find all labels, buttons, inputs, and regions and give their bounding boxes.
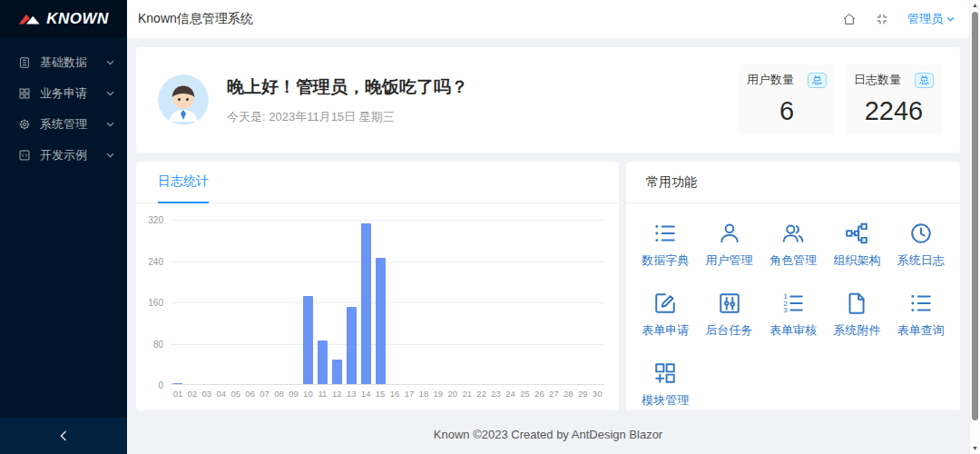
chart-bar <box>332 360 342 384</box>
x-tick-label: 30 <box>583 389 612 399</box>
sidebar-item-label: 业务申请 <box>40 85 87 102</box>
chart-bar <box>172 383 182 384</box>
avatar <box>158 74 209 125</box>
quick-item-label: 系统附件 <box>833 322 880 339</box>
chart-bar <box>318 340 328 384</box>
code-icon <box>18 149 31 162</box>
scrollbar-up-arrow[interactable]: ▲ <box>970 0 980 11</box>
chart-column: 20 <box>446 220 460 384</box>
cards-row: 日志统计 080160240320 0102030405060708091011… <box>136 162 960 410</box>
quick-item-background-tasks[interactable]: 后台任务 <box>697 291 760 339</box>
quick-item-role-manage[interactable]: 角色管理 <box>761 222 825 269</box>
chart-column: 05 <box>229 220 243 384</box>
chart-column: 09 <box>287 220 301 384</box>
chart-column: 15 <box>373 220 387 384</box>
page-title: Known信息管理系统 <box>138 11 253 27</box>
stat-title: 日志数量 <box>854 72 901 88</box>
logo-text: KNOWN <box>46 10 109 28</box>
unordered-list-icon <box>909 291 933 315</box>
y-tick-label: 160 <box>148 298 163 308</box>
chart-column: 06 <box>243 220 258 384</box>
quick-item-user-manage[interactable]: 用户管理 <box>697 222 760 269</box>
quick-item-system-log[interactable]: 系统日志 <box>889 222 953 269</box>
stat-card-users: 用户数量 总 6 <box>739 64 835 135</box>
chart-column: 22 <box>475 220 489 384</box>
sidebar-collapse-trigger[interactable] <box>0 418 127 454</box>
ordered-list-icon: 123 <box>781 291 805 315</box>
user-dropdown[interactable]: 管理员 <box>907 11 955 27</box>
chart-column: 01 <box>171 220 185 384</box>
sidebar: KNOWN 基础数据 业务申请 系统管理 <box>0 0 127 454</box>
stat-card-logs: 日志数量 总 2246 <box>846 64 942 135</box>
appstore-icon <box>18 87 31 100</box>
quick-item-form-query[interactable]: 表单查询 <box>889 291 953 339</box>
app-window: KNOWN 基础数据 业务申请 系统管理 <box>0 0 980 454</box>
greeting-message: 晚上好！管理员，晚饭吃了吗？ <box>227 75 468 99</box>
quick-item-form-review[interactable]: 123 表单审核 <box>761 291 825 339</box>
top-header: Known信息管理系统 管理员 <box>127 0 969 38</box>
quick-item-label: 组织架构 <box>833 252 880 269</box>
greeting-block: 晚上好！管理员，晚饭吃了吗？ 今天是: 2023年11月15日 星期三 <box>227 75 468 125</box>
chart-column: 19 <box>431 220 446 384</box>
fullscreen-exit-icon[interactable] <box>875 12 889 26</box>
chart-y-axis: 080160240320 <box>143 220 167 385</box>
y-tick-label: 240 <box>148 256 163 266</box>
sidebar-item-dev-examples[interactable]: 开发示例 <box>0 140 127 171</box>
chart-column: 18 <box>416 220 431 384</box>
footer-text: Known ©2023 Created by AntDesign Blazor <box>127 414 969 454</box>
chevron-down-icon <box>106 60 114 65</box>
chart-plot: 0102030405060708091011121314151617181920… <box>171 220 604 385</box>
clock-icon <box>909 222 933 245</box>
sidebar-item-label: 系统管理 <box>40 116 87 133</box>
quick-item-module-manage[interactable]: 模块管理 <box>633 361 697 409</box>
quick-item-label: 表单申请 <box>642 322 689 339</box>
chart-column: 27 <box>546 220 561 384</box>
chart-column: 24 <box>504 220 518 384</box>
quick-actions-title: 常用功能 <box>626 162 960 203</box>
appstore-add-icon <box>653 361 677 385</box>
chart-column: 11 <box>315 220 329 384</box>
sidebar-item-business-apply[interactable]: 业务申请 <box>0 78 127 109</box>
chart-column: 04 <box>214 220 229 384</box>
quick-item-label: 后台任务 <box>706 322 753 339</box>
app-logo[interactable]: KNOWN <box>0 0 127 38</box>
chart-column: 13 <box>344 220 358 384</box>
quick-item-system-attachments[interactable]: 系统附件 <box>825 291 888 339</box>
chart-column: 17 <box>402 220 416 384</box>
main-area: Known信息管理系统 管理员 <box>127 0 969 454</box>
chart-column: 16 <box>387 220 402 384</box>
logo-mark-icon <box>18 12 42 27</box>
chevron-down-icon <box>106 91 114 96</box>
quick-item-org-structure[interactable]: 组织架构 <box>825 222 888 269</box>
home-icon[interactable] <box>842 12 857 26</box>
chart-column: 03 <box>200 220 214 384</box>
sidebar-item-system-manage[interactable]: 系统管理 <box>0 109 127 140</box>
log-stats-card: 日志统计 080160240320 0102030405060708091011… <box>136 162 619 410</box>
chart-column: 14 <box>358 220 373 384</box>
stat-value: 2246 <box>854 96 934 126</box>
quick-item-data-dict[interactable]: 数据字典 <box>633 222 697 269</box>
stat-badge: 总 <box>915 73 934 88</box>
header-actions: 管理员 <box>842 11 955 27</box>
page-scrollbar[interactable]: ▲ ▼ <box>969 0 980 454</box>
chart-column: 25 <box>518 220 533 384</box>
sidebar-menu: 基础数据 业务申请 系统管理 开发示例 <box>0 38 127 418</box>
scrollbar-down-arrow[interactable]: ▼ <box>970 443 980 454</box>
chart-column: 07 <box>258 220 272 384</box>
user-icon <box>718 222 741 245</box>
svg-text:3: 3 <box>783 306 788 314</box>
quick-item-label: 数据字典 <box>642 252 689 269</box>
scrollbar-thumb[interactable] <box>972 12 978 420</box>
quick-item-form-apply[interactable]: 表单申请 <box>633 291 697 339</box>
sidebar-item-base-data[interactable]: 基础数据 <box>0 47 127 78</box>
user-name: 管理员 <box>907 11 943 27</box>
greeting-card: 晚上好！管理员，晚饭吃了吗？ 今天是: 2023年11月15日 星期三 用户数量… <box>136 47 960 153</box>
sidebar-item-label: 基础数据 <box>40 54 87 71</box>
chart-column: 28 <box>561 220 575 384</box>
stat-value: 6 <box>747 96 827 126</box>
chart-bar <box>361 223 371 384</box>
chart-bar <box>376 258 386 384</box>
chart-column: 21 <box>460 220 475 384</box>
quick-item-label: 模块管理 <box>642 392 689 409</box>
tab-log-stats[interactable]: 日志统计 <box>158 163 209 203</box>
